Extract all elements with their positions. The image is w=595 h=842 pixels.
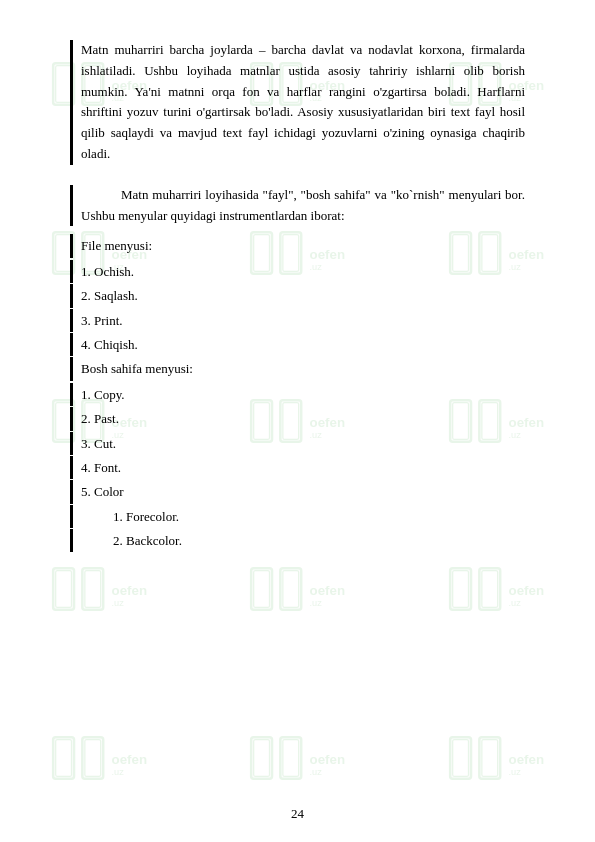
paragraph-2: Matn muharriri loyihasida "fayl", "bosh … [70, 185, 525, 227]
home-menu-item-2: 2. Past. [70, 407, 525, 430]
svg-text:.uz: .uz [508, 766, 521, 776]
svg-rect-84 [450, 737, 471, 779]
home-menu-item-4: 4. Font. [70, 456, 525, 479]
home-menu-item-5: 5. Color [70, 480, 525, 503]
svg-text:oefen: oefen [112, 752, 148, 767]
svg-rect-73 [56, 739, 72, 776]
svg-rect-79 [254, 739, 270, 776]
svg-rect-72 [53, 737, 74, 779]
home-menu-item-1: 1. Copy. [70, 383, 525, 406]
file-menu-item-4: 4. Chiqish. [70, 333, 525, 356]
color-sub-item-2: 2. Backcolor. [70, 529, 525, 552]
svg-text:oefen: oefen [310, 752, 346, 767]
svg-rect-80 [281, 737, 302, 779]
watermark-cell: oefen .uz [397, 674, 595, 842]
svg-text:.uz: .uz [310, 766, 323, 776]
file-menu-label: File menyusi: [70, 234, 525, 257]
page-number: 24 [291, 806, 304, 822]
home-menu-item-3: 3. Cut. [70, 432, 525, 455]
svg-text:oefen: oefen [508, 752, 544, 767]
svg-text:.uz: .uz [112, 766, 125, 776]
svg-rect-74 [82, 737, 103, 779]
file-menu-item-3: 3. Print. [70, 309, 525, 332]
home-menu-label: Bosh sahifa menyusi: [70, 357, 525, 380]
svg-rect-78 [252, 737, 273, 779]
svg-rect-86 [479, 737, 500, 779]
svg-rect-75 [85, 739, 101, 776]
page-content: Matn muharriri barcha joylarda – barcha … [0, 0, 595, 613]
svg-rect-81 [283, 739, 299, 776]
color-sub-item-1: 1. Forecolor. [70, 505, 525, 528]
file-menu-item-1: 1. Ochish. [70, 260, 525, 283]
svg-rect-85 [452, 739, 468, 776]
watermark-cell: oefen .uz [0, 674, 198, 842]
paragraph-1: Matn muharriri barcha joylarda – barcha … [70, 40, 525, 165]
file-menu-item-2: 2. Saqlash. [70, 284, 525, 307]
svg-rect-87 [482, 739, 498, 776]
